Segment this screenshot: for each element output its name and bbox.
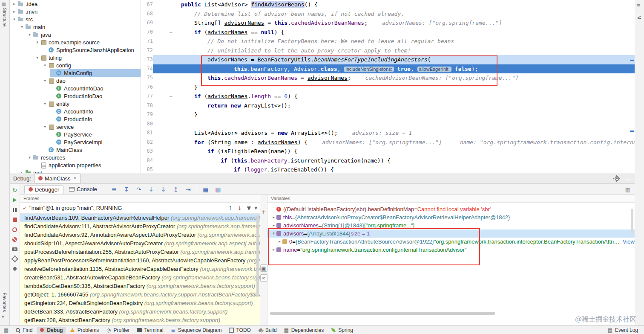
thread-selector[interactable]: ✓ "main"@1 in group "main": RUNNING ↑↓▼ … bbox=[20, 203, 260, 214]
chevron-down-icon[interactable]: ▾ bbox=[42, 102, 48, 106]
project-tree[interactable]: ▸.idea▸.mvn▾src▾main▾java▾com.example.so… bbox=[10, 0, 141, 173]
line-number[interactable]: 82 bbox=[141, 138, 153, 147]
stack-frame-row[interactable]: resolveBeforeInstantiation:1135, Abstrac… bbox=[20, 265, 260, 273]
stack-frame-row[interactable]: shouldSkip:101, AspectJAwareAdvisorAutoP… bbox=[20, 239, 260, 248]
code-line-78[interactable]: 78return new ArrayList<>(); bbox=[141, 101, 635, 110]
line-number[interactable]: 78 bbox=[141, 101, 153, 110]
add-watch-icon[interactable]: + bbox=[261, 209, 267, 215]
code-line-70[interactable]: 70−if (advisorNames == null) { bbox=[141, 28, 635, 37]
tree-item-payservice[interactable]: PayService bbox=[10, 131, 141, 138]
line-number[interactable]: 81 bbox=[141, 128, 153, 138]
code-line-83[interactable]: 83if (isEligibleBean(name)) { bbox=[141, 147, 635, 156]
line-number[interactable]: 75 bbox=[141, 73, 153, 83]
settings-icon[interactable] bbox=[11, 256, 19, 262]
variables-vscrollbar[interactable] bbox=[631, 209, 633, 233]
status-item-problems[interactable]: Problems bbox=[67, 327, 102, 334]
variable-row[interactable]: ▸advisorNames = {String[1]@1843} ["org.s… bbox=[267, 221, 635, 229]
variable-row[interactable]: ▾advisors = {ArrayList@1844} size = 1 bbox=[267, 229, 635, 238]
stack-frame-row[interactable]: findCandidateAdvisors:111, AbstractAdvis… bbox=[20, 222, 260, 231]
chevron-down-icon[interactable]: ▾ bbox=[254, 205, 257, 211]
code-line-80[interactable]: 80 bbox=[141, 119, 635, 129]
chevron-down-icon[interactable]: ▾ bbox=[19, 25, 25, 29]
status-item-event-log[interactable]: Event Log bbox=[605, 327, 641, 334]
mute-breakpoints-icon[interactable] bbox=[11, 236, 19, 243]
tree-item-springsourcejianzhiapplication[interactable]: SpringSourceJianzhiApplication bbox=[10, 46, 141, 54]
chevron-down-icon[interactable]: ▾ bbox=[12, 17, 17, 21]
chevron-down-icon[interactable]: ▾ bbox=[42, 78, 48, 83]
pin-icon[interactable] bbox=[11, 265, 19, 272]
status-item-sequence-diagram[interactable]: Sequence Diagram bbox=[168, 327, 224, 334]
tree-item-accountinfo[interactable]: AccountInfo bbox=[10, 107, 141, 115]
chevron-down-icon[interactable]: ▾ bbox=[42, 125, 48, 129]
code-line-82[interactable]: 82for (String name : advisorNames) {advi… bbox=[141, 138, 635, 147]
pin-icon[interactable]: ▾ bbox=[2, 314, 4, 319]
chevron-right-icon[interactable]: ▸ bbox=[271, 213, 276, 221]
variables-hscrollbar[interactable] bbox=[270, 312, 495, 315]
tree-item-service[interactable]: ▾service bbox=[10, 123, 141, 131]
tree-item-application-properties[interactable]: application.properties bbox=[10, 161, 141, 169]
run-to-cursor-icon[interactable]: ⇥ bbox=[184, 186, 192, 193]
fold-icon[interactable]: − bbox=[169, 30, 172, 35]
variable-row[interactable]: !((DefaultListableBeanFactory)sbr).beanD… bbox=[267, 205, 635, 213]
code-line-69[interactable]: 69String[] advisorNames = this.cachedAdv… bbox=[141, 18, 635, 28]
variable-row[interactable]: ▸this = {AbstractAdvisorAutoProxyCreator… bbox=[267, 213, 635, 221]
frame-up-icon[interactable]: ↑ bbox=[227, 205, 233, 212]
stack-frame-row[interactable]: findAdvisorBeans:109, BeanFactoryAdvisor… bbox=[20, 214, 260, 222]
tab-debugger[interactable]: Debugger bbox=[24, 185, 63, 194]
code-editor[interactable]: 67−public List<Advisor> findAdvisorBeans… bbox=[141, 0, 635, 173]
tree-item-main[interactable]: ▾main bbox=[10, 23, 141, 31]
frame-down-icon[interactable]: ↓ bbox=[236, 205, 242, 212]
code-line-71[interactable]: 71// Do not initialize FactoryBeans here… bbox=[141, 37, 635, 46]
code-line-72[interactable]: 72// uninitialized to let the auto-proxy… bbox=[141, 46, 635, 55]
code-line-84[interactable]: 84−if (this.beanFactory.isCurrentlyInCre… bbox=[141, 156, 635, 166]
evaluate-inline-icon[interactable]: ∞ bbox=[260, 274, 267, 282]
stack-frame-row[interactable]: doGetBean:333, AbstractBeanFactory (org.… bbox=[20, 308, 260, 316]
fold-icon[interactable]: − bbox=[169, 94, 172, 99]
frames-scrollbar[interactable] bbox=[256, 215, 259, 296]
tree-item--mvn[interactable]: ▸.mvn bbox=[10, 8, 141, 15]
step-into-icon[interactable]: ↓ bbox=[147, 186, 155, 193]
line-number[interactable]: 70 bbox=[141, 28, 153, 37]
step-out-icon[interactable]: ↥ bbox=[172, 186, 180, 193]
variable-row[interactable]: ▸0 = {BeanFactoryTransactionAttributeSou… bbox=[267, 238, 635, 246]
stack-frame-row[interactable]: getObject:-1, 1666607455 (org.springfram… bbox=[20, 290, 260, 299]
layout-settings-icon[interactable]: ▥ bbox=[625, 186, 635, 193]
line-number[interactable]: 83 bbox=[141, 147, 153, 156]
tree-item-productinfodao[interactable]: ProductInfoDao bbox=[10, 92, 141, 100]
chevron-right-icon[interactable]: ▸ bbox=[277, 238, 282, 246]
stop-icon[interactable] bbox=[11, 216, 19, 223]
fold-icon[interactable]: − bbox=[169, 159, 172, 163]
chevron-down-icon[interactable]: ▾ bbox=[34, 40, 40, 44]
debug-session-tab[interactable]: MainClass × bbox=[34, 173, 80, 183]
code-line-81[interactable]: 81List<Advisor> advisors = new ArrayList… bbox=[141, 128, 635, 138]
chevron-down-icon[interactable]: ▾ bbox=[34, 55, 40, 60]
chevron-down-icon[interactable]: ▾ bbox=[27, 155, 32, 160]
favorites-toolwindow-button[interactable]: Favorites bbox=[2, 293, 7, 312]
line-number[interactable]: 72 bbox=[141, 46, 153, 55]
chevron-down-icon[interactable]: ▾ bbox=[271, 229, 276, 238]
tree-item-tuling[interactable]: ▾tuling bbox=[10, 54, 141, 61]
tree-item-test[interactable]: ▸test bbox=[10, 169, 141, 173]
tree-item-src[interactable]: ▾src bbox=[10, 15, 141, 23]
view-link[interactable]: View bbox=[623, 238, 635, 246]
tree-item-java[interactable]: ▾java bbox=[10, 31, 141, 38]
hide-panel-icon[interactable]: — bbox=[625, 175, 630, 182]
stack-frame-row[interactable]: getBean:208, AbstractBeanFactory (org.sp… bbox=[20, 316, 260, 325]
tree-item-payserviceimpl[interactable]: PayServiceImpl bbox=[10, 138, 141, 146]
toolwindow-grid-icon[interactable]: ▦ bbox=[2, 1, 6, 7]
code-line-76[interactable]: 76} bbox=[141, 83, 635, 92]
tab-console[interactable]: Console bbox=[65, 185, 101, 193]
code-line-73[interactable]: 73advisorNames = BeanFactoryUtils.beanNa… bbox=[141, 55, 635, 64]
pause-icon[interactable] bbox=[11, 206, 19, 213]
layout-grid-icon[interactable]: ▥ bbox=[214, 186, 222, 193]
line-number[interactable]: 80 bbox=[141, 119, 153, 129]
maven-toolwindow-button[interactable]: M bbox=[637, 15, 642, 19]
status-item-profiler[interactable]: Profiler bbox=[103, 327, 132, 334]
status-item-build[interactable]: Build bbox=[255, 327, 279, 334]
tree-item-mainclass[interactable]: MainClass bbox=[10, 146, 141, 154]
rerun-icon[interactable]: ↻ bbox=[11, 187, 19, 194]
line-number[interactable]: 77 bbox=[141, 92, 153, 101]
line-number[interactable]: 71 bbox=[141, 37, 153, 46]
tree-item-mainconfig[interactable]: MainConfig bbox=[10, 69, 141, 77]
line-number[interactable]: 84 bbox=[141, 156, 153, 166]
